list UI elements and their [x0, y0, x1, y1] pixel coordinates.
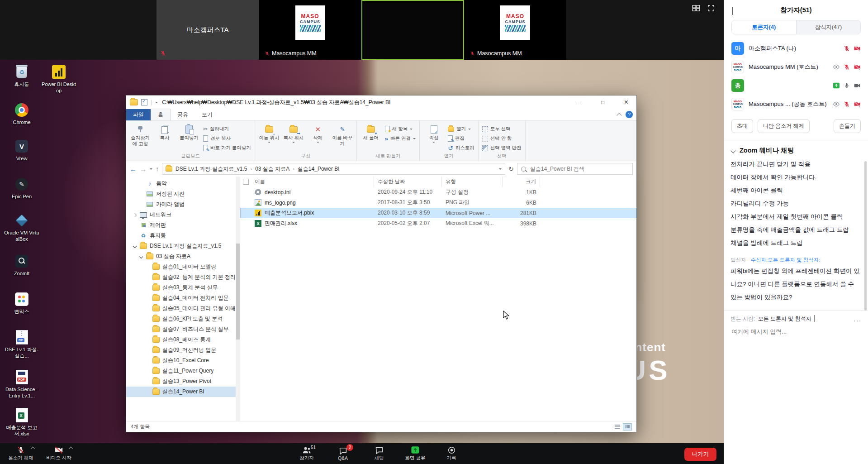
tab-attendees[interactable]: 참석자(47) [797, 20, 861, 34]
tree-item-saved-pictures[interactable]: 저장된 사진 [126, 189, 240, 199]
new-item-button[interactable]: 새 항목 [384, 124, 417, 134]
back-button[interactable] [130, 165, 137, 173]
column-header-date[interactable]: 수정한 날짜 [374, 177, 442, 187]
pin-to-quick-access-button[interactable]: 즐겨찾기에 고정 [128, 122, 152, 146]
select-all-button[interactable]: 모두 선택 [481, 124, 523, 134]
audio-options-chevron[interactable] [31, 447, 35, 451]
select-none-button[interactable]: 선택 안 함 [481, 134, 523, 143]
up-button[interactable] [156, 165, 159, 172]
delete-button[interactable]: 삭제 [306, 122, 330, 144]
video-tile-3-active-speaker[interactable] [361, 0, 464, 60]
desktop-icon-power-bi[interactable]: Power BI Desktop [41, 63, 77, 94]
quick-access-check-icon[interactable] [141, 99, 147, 105]
video-tile-4[interactable]: MASO CAMPUS Masocampus MM [464, 0, 566, 60]
breadcrumb-segment[interactable]: 실습14_Power BI [298, 165, 340, 173]
search-box[interactable] [517, 163, 633, 175]
chat-button[interactable]: 채팅 [361, 443, 397, 464]
tree-item-lab02[interactable]: 실습02_통계 분석의 기본 정리 [126, 272, 240, 282]
breadcrumb-segment[interactable]: 03 실습 자료A [255, 165, 289, 173]
desktop-icon-epic-pen[interactable]: Epic Pen [4, 176, 40, 200]
invite-button[interactable]: 초대 [731, 119, 753, 133]
desktop-icon-chrome[interactable]: Chrome [4, 101, 40, 126]
maximize-button[interactable] [593, 96, 613, 109]
participant-row-3[interactable]: 총 [724, 76, 868, 95]
tab-file[interactable]: 파일 [126, 109, 151, 120]
help-icon[interactable] [626, 111, 633, 118]
leave-button[interactable]: 나가기 [684, 448, 717, 461]
desktop-icon-virtualbox[interactable]: Oracle VM VirtualBox [4, 212, 40, 243]
tree-scrollbar[interactable] [236, 177, 240, 421]
tree-item-recycle-bin[interactable]: 휴지통 [126, 230, 240, 241]
desktop-icon-vrew[interactable]: Vrew [4, 138, 40, 162]
cut-button[interactable]: 잘라내기 [202, 124, 252, 134]
column-header-size[interactable]: 크기 [503, 177, 540, 187]
tree-item-lab09[interactable]: 실습09_머신러닝 입문 [126, 345, 240, 355]
tree-item-lab03[interactable]: 실습03_통계 분석 실무 [126, 282, 240, 293]
file-row-sales-report-pbix-selected[interactable]: 매출분석보고서.pbix 2020-03-10 오후 8:59 Microsof… [240, 208, 636, 218]
tab-share[interactable]: 공유 [171, 109, 195, 120]
desktop-icon-dse-zip[interactable]: DSE Lv.1 과정-실습... [4, 329, 40, 359]
tree-item-camera-roll[interactable]: 카메라 앨범 [126, 199, 240, 210]
tree-item-lab04[interactable]: 실습04_데이터 전처리 입문 [126, 293, 240, 303]
tree-item-control-panel[interactable]: 제어판 [126, 220, 240, 230]
collapse-ribbon-chevron[interactable] [617, 113, 621, 118]
video-tile-2[interactable]: MASO CAMPUS Masocampus MM [259, 0, 361, 60]
copy-to-button[interactable]: ⇒복사 위치 [282, 122, 305, 144]
desktop-icon-data-science-pdf[interactable]: Data Science - Entry Lv.1... [4, 368, 40, 399]
quick-access-customize-chevron[interactable] [155, 102, 158, 105]
move-to-button[interactable]: →이동 위치 [257, 122, 281, 144]
qa-button[interactable]: Q&A 2 [325, 443, 361, 464]
collapse-chat-chevron[interactable] [730, 148, 735, 153]
tree-item-lab11[interactable]: 실습11_Power Query [126, 366, 240, 376]
thumbnail-view-button[interactable] [623, 423, 632, 431]
tree-item-lab07[interactable]: 실습07_비즈니스 분석 실무 [126, 324, 240, 335]
tree-item-lab05[interactable]: 실습05_데이터 관리 유형 이해 [126, 303, 240, 314]
invert-selection-button[interactable]: 선택 영역 반전 [481, 144, 523, 153]
open-button[interactable]: 열기 [446, 124, 476, 134]
start-video-button[interactable]: 비디오 시작 [40, 443, 78, 464]
desktop-icon-vapmix[interactable]: 뱁믹스 [4, 291, 40, 315]
explorer-titlebar[interactable]: | C:₩Users₩help₩Desktop₩DSE Lv.1 과정-실습자료… [126, 96, 636, 109]
copy-button[interactable]: 복사 [153, 122, 176, 141]
details-view-button[interactable] [613, 423, 622, 431]
tab-view[interactable]: 보기 [195, 109, 219, 120]
file-row-desktop-ini[interactable]: desktop.ini 2020-09-24 오후 11:10 구성 설정 1K… [240, 187, 636, 197]
desktop-icon-sales-report-xlsx[interactable]: 매출분석 보고서.xlsx [4, 407, 40, 437]
tree-item-lab14-selected[interactable]: 실습14_Power BI [126, 387, 240, 397]
tab-panelists[interactable]: 토론자(4) [732, 20, 797, 34]
desktop-icon-zoomit[interactable]: ZoomIt [4, 253, 40, 277]
share-screen-button[interactable]: 화면 공유 [397, 443, 433, 464]
desktop-icon-recycle-bin[interactable]: 휴지통 [4, 63, 40, 88]
participant-row-2[interactable]: MASOCAMPUS Masocampus MM (호스트) [724, 57, 868, 76]
collapse-chevron[interactable] [139, 254, 143, 258]
paste-button[interactable]: 붙여넣기 [177, 122, 201, 141]
breadcrumb[interactable]: DSE Lv.1 과정-실습자료_v1.5 › 03 실습 자료A › 실습14… [162, 163, 505, 175]
collapse-participants-chevron[interactable] [732, 7, 733, 15]
recent-locations-chevron[interactable] [150, 168, 152, 171]
tree-item-lab13[interactable]: 실습13_Power Pivot [126, 376, 240, 387]
chat-more-button[interactable]: ... [854, 316, 862, 323]
forward-button[interactable] [140, 165, 147, 173]
tree-item-lab01[interactable]: 실습01_데이터 모델링 [126, 262, 240, 272]
breadcrumb-segment[interactable]: DSE Lv.1 과정-실습자료_v1.5 [175, 165, 247, 173]
collapse-chevron[interactable] [133, 244, 137, 248]
fullscreen-icon[interactable] [707, 5, 715, 12]
file-row-ms-logo-png[interactable]: ms_logo.png 2017-08-31 오후 3:50 PNG 파일 6K… [240, 197, 636, 208]
copy-path-button[interactable]: 경로 복사 [202, 134, 252, 143]
tree-item-dse-course[interactable]: DSE Lv.1 과정-실습자료_v1.5 [126, 241, 240, 251]
tree-item-lab10[interactable]: 실습10_Excel Core [126, 355, 240, 366]
refresh-button[interactable] [508, 165, 514, 172]
easy-access-button[interactable]: 빠른 연결 [384, 134, 417, 143]
scrollbar-thumb[interactable] [236, 244, 240, 340]
history-button[interactable]: 히스토리 [446, 144, 476, 153]
select-all-checkbox[interactable] [243, 179, 249, 185]
panel-scrollbar[interactable] [864, 161, 867, 311]
tree-item-lab06[interactable]: 실습06_KPI 도출 및 분석 [126, 314, 240, 324]
column-header-name[interactable]: 이름 [251, 177, 374, 187]
recipient-label[interactable]: 수신자:모든 토론자 및 참석자: [751, 257, 821, 263]
paste-shortcut-button[interactable]: 바로 가기 붙여넣기 [202, 144, 252, 153]
tree-item-network[interactable]: 네트워크 [126, 210, 240, 220]
close-button[interactable] [616, 96, 636, 109]
gallery-view-icon[interactable] [692, 5, 700, 11]
column-header-type[interactable]: 유형 [442, 177, 503, 187]
